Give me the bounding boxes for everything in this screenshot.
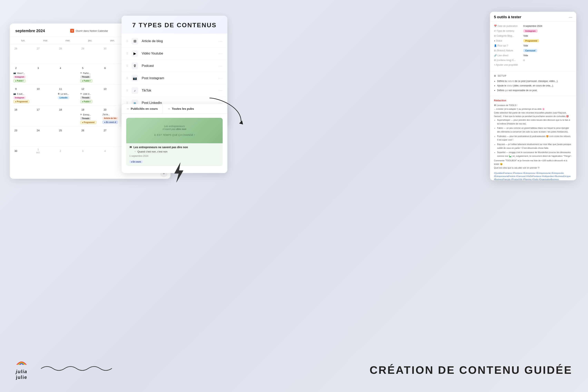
drag-handle: ⠿ — [126, 40, 128, 43]
podcast-more[interactable]: ··· — [218, 64, 223, 68]
notion-header: 5 outils à tester — — [490, 12, 576, 21]
event-12-1: ✳Liste d... — [80, 92, 100, 95]
ads-tabs: → Publicités en cours → Toutes les pubs — [122, 104, 227, 114]
cal-cell-1oct[interactable]: 1 oct. — [34, 146, 57, 166]
blog-more[interactable]: ··· — [218, 39, 223, 43]
drag-handle: ⠿ — [126, 52, 128, 55]
notion-detail-panel: 5 outils à tester — 📅 Date de publicatio… — [490, 12, 576, 180]
prop-lien: 🔗 Lien direct Vide — [494, 53, 572, 58]
tag-threads-19: Threads — [80, 117, 91, 120]
ad-subtitle: ✳ Quand c'est non, c'est non — [126, 150, 223, 154]
youtube-icon: ▶ — [132, 50, 138, 57]
cal-cell-18[interactable]: 18 — [57, 105, 79, 126]
setup-section-title: ⊞ SETUP — [490, 73, 576, 78]
cal-cell-10[interactable]: 10 — [34, 84, 57, 105]
hashtags: #QuotidienFreelance #Freelance #Entrepre… — [490, 170, 576, 180]
day-thu: jeu. — [79, 37, 101, 44]
tag-threads-5: Threads — [80, 76, 91, 78]
tag-prog-19: ● Programmé — [80, 121, 96, 124]
notion-close-btn[interactable]: — — [569, 15, 572, 19]
calendar-title: septembre 2024 — [15, 28, 45, 33]
cal-cell-6[interactable]: 6 — [101, 64, 124, 84]
event-11-1: ⊞Le tem... — [58, 92, 78, 95]
ct-item-youtube[interactable]: ⠿ ▶ Vidéo Youtube ··· — [122, 48, 227, 60]
cal-cell-30b[interactable]: 30 — [12, 146, 34, 166]
cal-cell-2oct[interactable]: 2 — [57, 146, 79, 166]
prop-pour-qui: 👤 Pour qui ? Vide — [494, 43, 572, 48]
day-tue: mar. — [34, 37, 57, 44]
cal-cell-23[interactable]: 23 — [12, 126, 34, 146]
yt-more[interactable]: ··· — [218, 52, 223, 56]
ads-tab-all[interactable]: → Toutes les pubs — [163, 104, 199, 114]
tag-pub-12: ● Publié ! — [80, 100, 92, 103]
content-types-title: 7 TYPES DE CONTENUS — [128, 22, 220, 29]
tag-threads-12: Threads — [80, 96, 91, 99]
prop-statut: ● Statut Programmé — [494, 38, 572, 43]
blog-icon: ⊞ — [132, 38, 138, 44]
event-20-1: J'ai te... — [102, 113, 122, 116]
cal-cell-17[interactable]: 17 — [34, 105, 57, 126]
event-9-1: 📷5 outi... — [13, 92, 33, 95]
setup-content: Définis la nature de ce post (carrousel,… — [490, 78, 576, 94]
tag-instagram-9: Instagram — [13, 96, 26, 99]
day-wed: mer. — [57, 37, 79, 44]
cal-cell-28[interactable]: 28 — [57, 44, 79, 64]
instagram-label: Post Instagram — [142, 76, 164, 80]
cal-cell-4[interactable]: 4 — [57, 64, 79, 84]
ct-item-instagram[interactable]: ⠿ 📷 Post Instagram ··· — [122, 72, 227, 84]
ads-tab-current-label: Publicités en cours — [131, 107, 158, 110]
prop-type-val: Instagram — [523, 30, 538, 32]
cal-cell-3[interactable]: 3 — [34, 64, 57, 84]
cal-cell-26[interactable]: 26 — [12, 44, 34, 64]
tt-more[interactable]: ··· — [218, 88, 223, 93]
cal-cell-24[interactable]: 24 — [34, 126, 57, 146]
ad-card-1[interactable]: Les entrepreneursn'osent pas dire nonIL … — [126, 118, 223, 166]
tag-published-5: ● Publié ! — [80, 79, 92, 82]
podcast-label: Podcast — [142, 64, 154, 68]
cal-cell-27b[interactable]: 27 — [101, 126, 124, 146]
cal-cell-30[interactable]: 30 — [101, 44, 124, 64]
event-19-1: ✳Entrep... — [80, 113, 100, 116]
cal-cell-13[interactable]: 13 — [101, 84, 124, 105]
ads-tab-all-label: Toutes les pubs — [172, 107, 194, 110]
cal-cell-11[interactable]: 11 ⊞Le tem... LinkedIn — [57, 84, 79, 105]
notion-icon: N — [70, 29, 74, 33]
youtube-label: Vidéo Youtube — [142, 52, 163, 56]
prop-date: 📅 Date de publication 9 septembre 2024 — [494, 24, 572, 28]
ig-more[interactable]: ··· — [218, 76, 223, 80]
cal-cell-26b[interactable]: 26 — [79, 126, 101, 146]
tag-ec-20: ● En cours d — [102, 120, 118, 124]
prop-add[interactable]: + Ajouter une propriété — [494, 62, 572, 67]
drag-handle: ⠿ — [126, 77, 128, 80]
day-fri: ven. — [101, 37, 124, 44]
cal-cell-16[interactable]: 16 — [12, 105, 34, 126]
cal-cell-27[interactable]: 27 — [34, 44, 57, 64]
tag-published-2: ● Publié ! — [13, 79, 26, 82]
wave-decoration — [39, 362, 118, 374]
cal-cell-3oct[interactable]: 3 — [79, 146, 101, 166]
drag-handle: ⠿ — [126, 89, 128, 92]
ad-title: ≋ Les entrepreneurs ne savent pas dire n… — [126, 143, 223, 150]
cal-cell-2[interactable]: 2 📷Vous l'... Instagram ● Publié ! — [12, 64, 34, 84]
cal-cell-29[interactable]: 29 — [79, 44, 101, 64]
tag-prog-9: ● Programmé — [13, 100, 30, 103]
cal-cell-12[interactable]: 12 ✳Liste d... Threads ● Publié ! — [79, 84, 101, 105]
ct-item-podcast[interactable]: ⠿ 🎙 Podcast ··· — [122, 60, 227, 72]
drag-handle: ⠿ — [126, 64, 128, 68]
prop-nature: ⊞ (filnkoul) Nature Carrousel — [494, 48, 572, 53]
ct-item-blog[interactable]: ⠿ ⊞ Article de blog ··· — [122, 35, 227, 48]
ad-img-text: Les entrepreneursn'osent pas dire nonIL … — [152, 122, 197, 139]
cal-cell-4oct[interactable]: 4 — [101, 146, 124, 166]
ads-tab-current[interactable]: → Publicités en cours — [122, 104, 163, 114]
main-heading-area: CRÉATION DE CONTENU GUIDÉE — [370, 364, 572, 376]
cal-cell-25[interactable]: 25 — [57, 126, 79, 146]
ad-date: 1 septembre 2024 — [126, 154, 223, 158]
cal-cell-5[interactable]: 5 ✳Parfoi... Threads ● Publié ! — [79, 64, 101, 84]
cal-cell-9[interactable]: 9 📷5 outi... Instagram ● Programmé — [12, 84, 34, 105]
cal-cell-20[interactable]: 20 J'ai te... Article de blo ● En cours … — [101, 105, 124, 126]
cal-cell-19[interactable]: 19 ✳Entrep... Threads ● Programmé — [79, 105, 101, 126]
prop-nature-val: Carrousel — [523, 49, 537, 52]
logo-text: julia julie — [16, 369, 27, 380]
lightning-icon — [170, 161, 186, 184]
notion-calendar-btn[interactable]: N Ouvrir dans Notion Calendar — [70, 29, 108, 33]
